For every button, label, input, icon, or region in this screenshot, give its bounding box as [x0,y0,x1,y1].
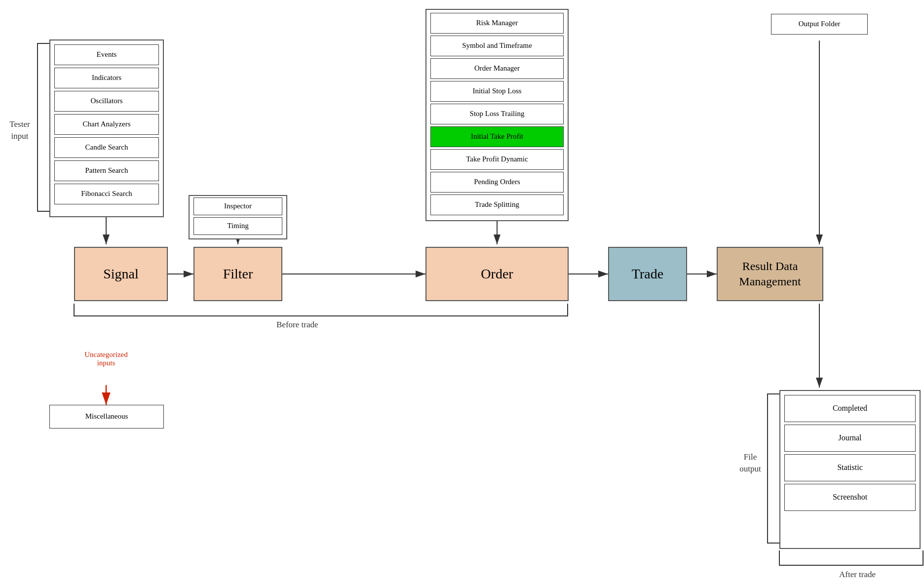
after-trade-label: After trade [839,570,876,580]
main-box-trade: Trade [608,247,687,301]
before-trade-label: Before trade [276,320,318,330]
box-chart-analyzers: Chart Analyzers [54,114,159,135]
box-symbol-timeframe: Symbol and Timeframe [430,36,564,56]
diagram-container: Tester input Events Indicators Oscillato… [0,0,924,585]
box-initial-take-profit: Initial Take Profit [430,126,564,147]
box-inspector: Inspector [193,197,282,215]
box-events: Events [54,44,159,65]
box-trade-splitting: Trade Splitting [430,195,564,215]
main-box-result: Result Data Management [717,247,823,301]
box-pending-orders: Pending Orders [430,172,564,193]
box-indicators: Indicators [54,68,159,88]
box-pattern-search: Pattern Search [54,160,159,181]
main-box-filter: Filter [193,247,282,301]
main-box-signal: Signal [74,247,168,301]
box-order-manager: Order Manager [430,58,564,79]
tester-input-label: Tester input [3,118,37,142]
box-initial-stop-loss: Initial Stop Loss [430,81,564,102]
box-miscellaneous: Miscellaneous [49,405,164,429]
box-statistic: Statistic [784,454,916,481]
box-completed: Completed [784,395,916,422]
box-journal: Journal [784,425,916,452]
box-risk-manager: Risk Manager [430,13,564,34]
uncategorized-label: Uncategorized inputs [64,351,148,367]
box-fibonacci-search: Fibonacci Search [54,184,159,204]
file-output-label: File output [735,439,765,474]
box-candle-search: Candle Search [54,137,159,158]
box-stop-loss-trailing: Stop Loss Trailing [430,104,564,124]
box-output-folder: Output Folder [771,14,868,35]
main-box-order: Order [425,247,569,301]
box-take-profit-dynamic: Take Profit Dynamic [430,149,564,170]
box-screenshot: Screenshot [784,484,916,511]
box-oscillators: Oscillators [54,91,159,112]
box-timing: Timing [193,217,282,235]
